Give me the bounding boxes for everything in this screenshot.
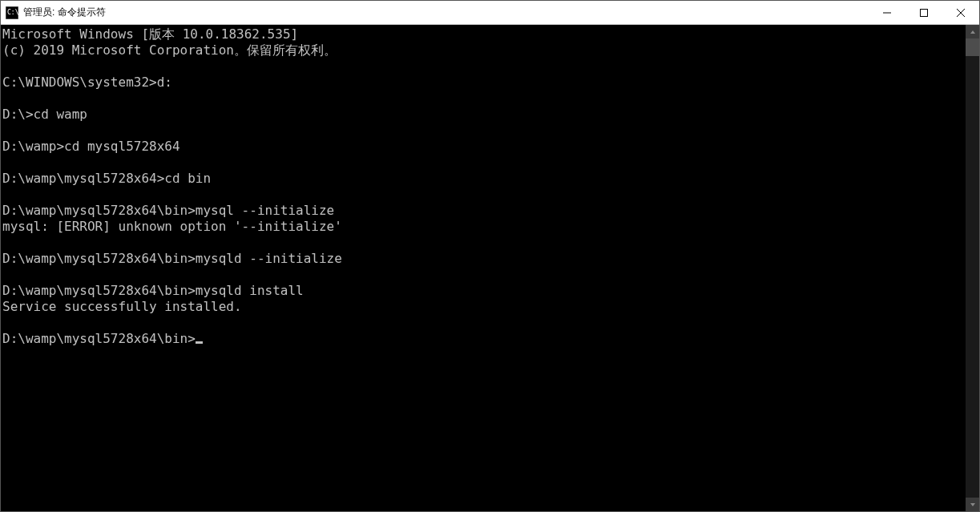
console-line bbox=[2, 58, 966, 75]
svg-text:C:\: C:\ bbox=[7, 9, 18, 16]
svg-marker-7 bbox=[970, 503, 975, 506]
console-line: (c) 2019 Microsoft Corporation。保留所有权利。 bbox=[2, 42, 966, 58]
console-line: D:\>cd wamp bbox=[2, 107, 966, 123]
console-line: D:\wamp\mysql5728x64\bin> bbox=[2, 331, 966, 347]
console-line: mysql: [ERROR] unknown option '--initial… bbox=[2, 219, 966, 235]
console-line: C:\WINDOWS\system32>d: bbox=[2, 75, 966, 91]
console-line bbox=[2, 235, 966, 251]
console-line: D:\wamp>cd mysql5728x64 bbox=[2, 139, 966, 155]
console-area: Microsoft Windows [版本 10.0.18362.535](c)… bbox=[1, 25, 979, 511]
console-line: D:\wamp\mysql5728x64\bin>mysqld --initia… bbox=[2, 251, 966, 267]
console-line bbox=[2, 267, 966, 283]
console-line bbox=[2, 315, 966, 331]
console-line bbox=[2, 187, 966, 203]
console-line bbox=[2, 91, 966, 107]
console-line: D:\wamp\mysql5728x64\bin>mysql --initial… bbox=[2, 203, 966, 219]
window-title: 管理员: 命令提示符 bbox=[23, 6, 106, 19]
scroll-track[interactable] bbox=[966, 38, 979, 498]
svg-rect-3 bbox=[921, 9, 928, 16]
console-line: Service successfully installed. bbox=[2, 299, 966, 315]
window-titlebar: C:\ 管理员: 命令提示符 bbox=[1, 1, 979, 25]
cursor bbox=[196, 341, 203, 344]
console-output[interactable]: Microsoft Windows [版本 10.0.18362.535](c)… bbox=[1, 25, 966, 511]
close-button[interactable] bbox=[942, 1, 979, 24]
cmd-icon: C:\ bbox=[6, 6, 18, 19]
titlebar-left: C:\ 管理员: 命令提示符 bbox=[1, 6, 106, 19]
maximize-button[interactable] bbox=[905, 1, 942, 24]
window-controls bbox=[869, 1, 979, 24]
scroll-up-button[interactable] bbox=[966, 25, 979, 38]
console-line: Microsoft Windows [版本 10.0.18362.535] bbox=[2, 26, 966, 42]
minimize-button[interactable] bbox=[869, 1, 905, 24]
scroll-thumb[interactable] bbox=[966, 38, 979, 56]
vertical-scrollbar[interactable] bbox=[966, 25, 979, 511]
svg-marker-6 bbox=[970, 30, 975, 34]
console-line: D:\wamp\mysql5728x64\bin>mysqld install bbox=[2, 283, 966, 299]
scroll-down-button[interactable] bbox=[966, 498, 979, 511]
console-line bbox=[2, 123, 966, 139]
console-line: D:\wamp\mysql5728x64>cd bin bbox=[2, 171, 966, 187]
console-line bbox=[2, 155, 966, 171]
